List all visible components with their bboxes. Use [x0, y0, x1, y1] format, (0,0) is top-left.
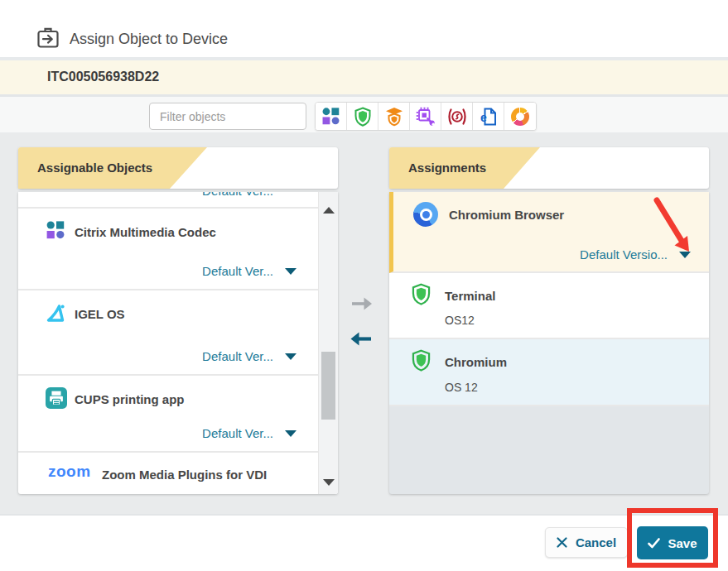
object-toolbar: e: [0, 97, 728, 132]
profile-shield-icon: [353, 107, 373, 127]
version-label: Default Ver...: [202, 349, 273, 363]
assignment-name: Terminal: [445, 289, 495, 303]
object-row-zoom-media-plugins[interactable]: zoom Zoom Media Plugins for VDI: [18, 453, 318, 491]
assignable-objects-title: Assignable Objects: [37, 147, 152, 189]
chevron-down-icon: [285, 430, 297, 437]
assignable-list-scrollbar[interactable]: [318, 192, 338, 494]
scrollbar-thumb[interactable]: [321, 352, 335, 420]
object-name: IGEL OS: [75, 307, 125, 321]
assignment-row-chromium[interactable]: Chromium OS 12: [389, 339, 709, 406]
chevron-down-icon: [285, 268, 297, 275]
dialog-title: Assign Object to Device: [70, 31, 228, 48]
scroll-up-arrow-icon[interactable]: [323, 207, 335, 214]
version-dropdown[interactable]: Default Ver...: [202, 426, 297, 440]
assignment-row-chromium-browser[interactable]: Chromium Browser Default Versio...: [389, 192, 709, 273]
close-icon: [557, 537, 567, 548]
assign-object-dialog: Assign Object to Device ITC005056938D22: [0, 0, 728, 571]
chevron-down-icon: [679, 252, 691, 258]
template-keys-filter-button[interactable]: [441, 103, 473, 130]
apps-filter-button[interactable]: [316, 103, 347, 130]
printer-icon: [46, 387, 67, 409]
firmware-customization-chip-icon: [416, 107, 436, 127]
save-label: Save: [668, 536, 697, 550]
object-row-cups-printing-app[interactable]: CUPS printing app Default Ver...: [18, 376, 318, 453]
assignment-content: Assignable Objects Default Ver... Citrix…: [0, 132, 728, 514]
svg-text:e: e: [480, 111, 487, 124]
assign-object-icon: [36, 26, 60, 50]
master-profile-shield-icon: [384, 107, 404, 127]
master-profiles-filter-button[interactable]: [378, 103, 410, 130]
assignment-row-terminal[interactable]: Terminal OS12: [389, 273, 709, 339]
assignment-name: Chromium Browser: [449, 208, 564, 222]
firmware-customizations-filter-button[interactable]: [410, 103, 441, 130]
template-key-icon: [447, 107, 467, 127]
assignment-name: Chromium: [445, 355, 507, 369]
version-dropdown[interactable]: Default Ver...: [202, 349, 297, 363]
assignment-os-label: OS12: [445, 314, 475, 327]
assignments-title: Assignments: [408, 147, 486, 189]
assignable-objects-list: Default Ver... Citrix Multimedia Codec D…: [18, 192, 338, 494]
assignments-list: Chromium Browser Default Versio... Termi…: [389, 192, 709, 494]
apps-tiles-icon: [321, 107, 340, 126]
color-wheel-icon: [511, 108, 529, 126]
files-filter-button[interactable]: e: [473, 103, 504, 130]
object-type-filter-group: e: [315, 102, 537, 131]
igel-logo-icon: [46, 302, 67, 324]
object-name: Zoom Media Plugins for VDI: [102, 468, 267, 482]
custom-partitions-filter-button[interactable]: [504, 103, 536, 130]
chevron-down-icon: [285, 353, 297, 360]
zoom-wordmark-icon: zoom: [48, 463, 91, 481]
object-row-igel-os[interactable]: IGEL OS Default Ver...: [18, 290, 318, 376]
assignable-objects-header: Assignable Objects: [18, 147, 338, 189]
truncated-object-row[interactable]: Default Ver...: [18, 192, 318, 209]
assign-arrow-right-icon[interactable]: [350, 295, 374, 313]
object-name: Citrix Multimedia Codec: [75, 225, 216, 239]
checkmark-icon: [648, 538, 660, 549]
version-label: Default Ver...: [202, 426, 273, 440]
dialog-footer: Cancel Save: [0, 514, 728, 571]
certificate-file-icon: e: [479, 107, 499, 127]
cancel-button[interactable]: Cancel: [545, 527, 628, 558]
version-label: Default Versio...: [580, 247, 668, 262]
version-label: Default Ver...: [202, 264, 273, 278]
device-id: ITC005056938D22: [47, 70, 159, 84]
truncated-version-dropdown[interactable]: Default Ver...: [202, 192, 273, 198]
device-bar: ITC005056938D22: [0, 60, 728, 94]
dialog-header: Assign Object to Device: [0, 0, 728, 57]
profile-shield-icon: [410, 349, 432, 372]
apps-tiles-icon: [46, 220, 65, 240]
scroll-down-arrow-icon[interactable]: [323, 479, 335, 486]
object-name: CUPS printing app: [75, 392, 185, 406]
object-row-citrix-multimedia-codec[interactable]: Citrix Multimedia Codec Default Ver...: [18, 209, 318, 290]
cancel-label: Cancel: [576, 535, 616, 549]
filter-objects-input[interactable]: [149, 103, 306, 130]
version-dropdown[interactable]: Default Versio...: [580, 247, 691, 262]
chromium-logo-icon: [413, 202, 438, 227]
profile-shield-icon: [410, 283, 432, 305]
profiles-filter-button[interactable]: [347, 103, 378, 130]
unassign-arrow-left-icon[interactable]: [349, 329, 374, 348]
assignment-os-label: OS 12: [445, 381, 478, 394]
version-dropdown[interactable]: Default Ver...: [202, 264, 297, 278]
save-button[interactable]: Save: [637, 526, 708, 559]
assignments-header: Assignments: [389, 147, 709, 189]
